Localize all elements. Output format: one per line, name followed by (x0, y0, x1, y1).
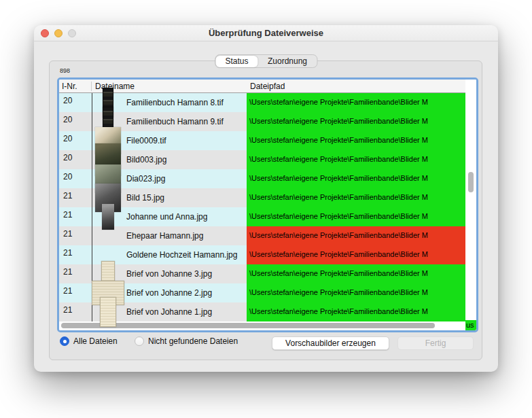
file-label: Goldene Hochzeit Hamann.jpg (126, 250, 237, 260)
column-header-path[interactable]: Dateipfad (247, 82, 465, 91)
footer-controls: Alle Dateien Nicht gefundene Dateien Vor… (34, 336, 498, 353)
cell-filename: Bild 15.jpg (92, 188, 247, 207)
cell-inr: 20 (59, 112, 92, 131)
horizontal-scrollbar-thumb[interactable] (61, 323, 435, 328)
cell-filename: Ehepaar Hamann.jpg (92, 226, 247, 245)
column-header-inr[interactable]: I-Nr. (59, 82, 92, 91)
app-window: Überprüfung Dateiverweise Status Zuordnu… (34, 25, 498, 372)
file-label: Ehepaar Hamann.jpg (126, 231, 203, 241)
cell-inr: 20 (59, 169, 92, 188)
done-button[interactable]: Fertig (397, 336, 474, 350)
cell-inr: 21 (59, 283, 92, 302)
table-row[interactable]: 21 Johanne und Anna.jpg \Users\stefan\ei… (59, 207, 476, 226)
cell-path: \Users\stefan\eigene Projekte\Familienba… (247, 226, 465, 245)
radio-all-files[interactable]: Alle Dateien (60, 336, 118, 346)
cell-path: \Users\stefan\eigene Projekte\Familienba… (247, 112, 465, 131)
cell-path: \Users\stefan\eigene Projekte\Familienba… (247, 188, 465, 207)
cell-path: \Users\stefan\eigene Projekte\Familienba… (247, 131, 465, 150)
radio-missing-files[interactable]: Nicht gefundene Dateien (135, 336, 238, 346)
thumbnail (100, 297, 116, 327)
cell-path: \Users\stefan\eigene Projekte\Familienba… (247, 302, 465, 321)
cell-path: \Users\stefan\eigene Projekte\Familienba… (247, 283, 465, 302)
file-label: Familienbuch Hamann 9.tif (126, 117, 224, 126)
radio-unselected-icon[interactable] (135, 336, 144, 346)
window-title: Überprüfung Dateiverweise (34, 28, 498, 38)
cell-path: \Users\stefan\eigene Projekte\Familienba… (247, 264, 465, 283)
file-table: I-Nr. Dateiname Dateipfad 20 Familienbuc… (57, 77, 478, 332)
tab-bar: Status Zuordnung (215, 54, 317, 68)
tab-status[interactable]: Status (215, 56, 258, 67)
vertical-scrollbar-thumb[interactable] (468, 172, 474, 192)
vertical-scrollbar-track[interactable] (465, 80, 476, 330)
cell-inr: 21 (59, 207, 92, 226)
cell-inr: 20 (59, 93, 92, 112)
cell-inr: 20 (59, 150, 92, 169)
cell-path: \Users\stefan\eigene Projekte\Familienba… (247, 245, 465, 264)
file-label: Dia023.jpg (126, 174, 165, 184)
cell-path: \Users\stefan\eigene Projekte\Familienba… (247, 150, 465, 169)
table-row[interactable]: 21 Brief von Johanne 2.jpg \Users\stefan… (59, 283, 476, 302)
radio-missing-files-label: Nicht gefundene Dateien (148, 336, 238, 346)
cell-inr: 21 (59, 302, 92, 321)
cell-inr: 20 (59, 131, 92, 150)
cell-inr: 21 (59, 245, 92, 264)
record-count: 898 (60, 67, 70, 74)
scroll-corner-cell: us (465, 320, 476, 330)
table-body: 20 Familienbuch Hamann 8.tif \Users\stef… (59, 93, 476, 321)
title-bar[interactable]: Überprüfung Dateiverweise (34, 25, 498, 41)
table-row[interactable]: 21 Ehepaar Hamann.jpg \Users\stefan\eige… (59, 226, 476, 245)
generate-previews-button[interactable]: Vorschaubilder erzeugen (272, 336, 389, 350)
file-label: File0009.tif (126, 136, 166, 145)
horizontal-scrollbar-track[interactable] (59, 321, 476, 330)
file-label: Bild003.jpg (126, 155, 166, 164)
file-label: Familienbuch Hamann 8.tif (126, 98, 224, 107)
cell-path: \Users\stefan\eigene Projekte\Familienba… (247, 207, 465, 226)
table-row[interactable]: 21 Brief von Johanne 1.jpg \Users\stefan… (59, 302, 476, 321)
cell-inr: 21 (59, 264, 92, 283)
cell-path: \Users\stefan\eigene Projekte\Familienba… (247, 169, 465, 188)
thumbnail (102, 204, 114, 230)
tab-zuordnung[interactable]: Zuordnung (258, 55, 317, 67)
cell-path: \Users\stefan\eigene Projekte\Familienba… (247, 93, 465, 112)
cell-inr: 21 (59, 188, 92, 207)
desktop-background: Überprüfung Dateiverweise Status Zuordnu… (0, 0, 532, 418)
file-label: Bild 15.jpg (126, 193, 164, 203)
file-label: Brief von Johanne 2.jpg (126, 288, 212, 298)
cell-filename: Brief von Johanne 1.jpg (92, 302, 247, 321)
file-label: Brief von Johanne 1.jpg (126, 307, 212, 317)
radio-selected-icon[interactable] (60, 336, 69, 346)
cell-inr: 21 (59, 226, 92, 245)
file-label: Brief von Johanne 3.jpg (126, 269, 212, 279)
radio-all-files-label: Alle Dateien (73, 336, 118, 346)
file-label: Johanne und Anna.jpg (126, 212, 207, 222)
